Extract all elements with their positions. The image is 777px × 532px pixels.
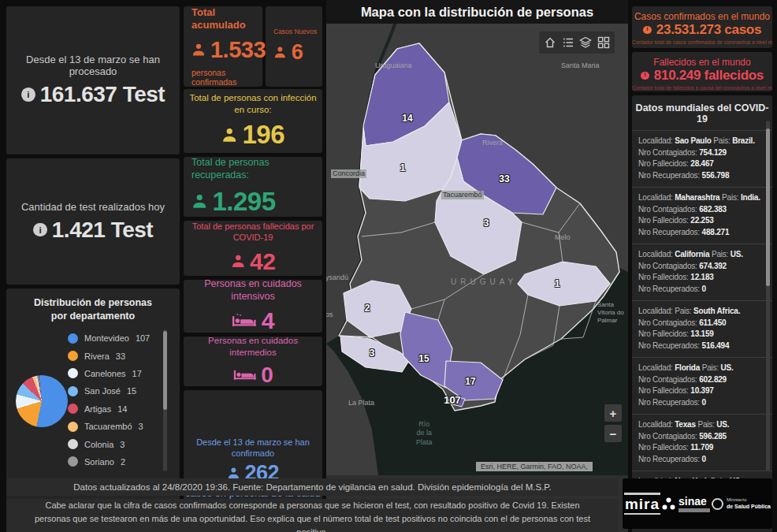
legend-item: Rivera 33: [68, 347, 161, 364]
zoom-in-button[interactable]: +: [604, 404, 622, 422]
icu-value-row: 4: [232, 307, 274, 334]
world-entry-recovered: Nro Recuperados: 488.271: [638, 227, 768, 239]
dashboard: Desde el 13 de marzo se han procesado i …: [6, 0, 772, 475]
accumulated-panel: Total acumulado 1.533 personas confirmad…: [184, 6, 262, 87]
intermediate-value: 0: [261, 363, 273, 388]
deceased-value-row: 42: [231, 248, 276, 275]
tests-total-value: 161.637 Test: [40, 82, 165, 107]
legend-value: 14: [117, 404, 127, 414]
world-cases-title: Casos confirmados en el mundo: [632, 11, 772, 22]
sinae-triangle-icon: [662, 497, 675, 511]
legend-scrollbar[interactable]: [163, 329, 167, 471]
world-entry-recovered: Nro Recuperados: 0: [638, 284, 768, 296]
deceased-panel: Total de personas fallecidas por COVID-1…: [184, 221, 322, 276]
sinae-logo-text: sinae: [678, 496, 710, 507]
deceased-title: Total de personas fallecidas por COVID-1…: [184, 221, 322, 244]
world-data-title: Datos mundiales del COVID-19: [632, 95, 772, 130]
zoom-out-button[interactable]: −: [604, 425, 622, 442]
tests-today-label: Cantidad de test realizados hoy: [21, 201, 165, 213]
ministry-logo: Ministerio de Salud Pública: [712, 497, 771, 510]
icu-value: 4: [262, 307, 274, 334]
new-cases-value: 6: [292, 40, 303, 65]
world-entry-deaths: Nro Fallecidos: 11.709: [638, 442, 768, 454]
legend-label: Canelones: [84, 369, 126, 378]
world-entry-location: Localidad: Texas Pais: US.: [638, 419, 768, 431]
mira-logo-decoration: [624, 513, 660, 515]
world-entry-cases: Nro Contagiados: 754.129: [638, 147, 768, 159]
info-icon: i: [641, 72, 649, 80]
world-entry: Localidad: Maharashtra Pais: India. Nro …: [632, 187, 772, 244]
map-toolbar: [539, 32, 615, 54]
new-cases-title: Casos Nuevos: [273, 28, 317, 35]
mira-logo: mira: [624, 493, 660, 515]
map-panel[interactable]: Mapa con la distribución de personas 14: [326, 0, 628, 532]
legend-label: Tacuarembó: [84, 422, 132, 431]
sinae-logo-decoration: [678, 508, 710, 512]
middle-column: Total acumulado 1.533 personas confirmad…: [184, 0, 322, 532]
legend-item: Artigas 14: [68, 400, 161, 418]
person-icon: [227, 467, 240, 480]
info-icon: i: [643, 26, 652, 35]
legend-scrollbar-thumb[interactable]: [163, 331, 167, 410]
legend-swatch: [68, 439, 78, 449]
mira-logo-text: mira: [625, 497, 660, 512]
mira-logo-decoration: [624, 493, 660, 495]
legend-value: 15: [127, 386, 136, 396]
legend-label: San José: [84, 386, 121, 396]
person-icon: [231, 254, 246, 269]
tests-today-value-row: i 1.421 Test: [33, 218, 153, 243]
map-title: Mapa con la distribución de personas: [326, 0, 628, 24]
world-entry-recovered: Nro Recuperados: 516.494: [638, 340, 768, 352]
person-icon: [191, 43, 206, 57]
world-list-scrollbar-thumb[interactable]: [766, 128, 770, 286]
basemap-gallery-icon[interactable]: [597, 35, 611, 50]
world-entry: Localidad: Texas Pais: US. Nro Contagiad…: [632, 414, 772, 471]
uruguay-map[interactable]: [326, 0, 628, 475]
legend-swatch: [68, 404, 78, 414]
world-entry-recovered: Nro Recuperados: 556.798: [638, 170, 768, 182]
world-entry: Localidad: Florida Pais: US. Nro Contagi…: [632, 357, 772, 414]
world-entry-recovered: Nro Recuperados: 0: [638, 397, 768, 409]
sinae-logo: sinae: [662, 496, 710, 512]
world-data-panel[interactable]: Datos mundiales del COVID-19 Localidad: …: [632, 95, 772, 532]
tests-total-label: Desde el 13 de marzo se han procesado: [6, 54, 180, 77]
right-column: Casos confirmados en el mundo i 23.531.2…: [632, 0, 772, 532]
world-entry-cases: Nro Contagiados: 596.285: [638, 431, 768, 443]
legend-value: 107: [136, 333, 150, 343]
legend-item: Tacuarembó 3: [68, 418, 161, 435]
legend-label: Rivera: [84, 352, 110, 361]
active-value-row: 196: [221, 120, 284, 150]
world-entry-deaths: Nro Fallecidos: 12.183: [638, 272, 768, 284]
legend-value: 2: [121, 457, 125, 467]
hospital-bed-icon: [233, 367, 256, 383]
world-cases-panel: Casos confirmados en el mundo i 23.531.2…: [632, 6, 772, 48]
world-list-scrollbar[interactable]: [766, 121, 770, 471]
pie-title: Distribución de personas por departament…: [6, 296, 180, 323]
world-entry-cases: Nro Contagiados: 602.829: [638, 374, 768, 386]
world-entry: Localidad: California Pais: US. Nro Cont…: [632, 244, 772, 300]
world-entry-deaths: Nro Fallecidos: 22.253: [638, 215, 768, 227]
world-deaths-note: Contador total de fallecidos a causa del…: [632, 85, 772, 91]
footer-text-column: Datos actualizados al 24/8/2020 19:36. F…: [6, 478, 619, 529]
recovered-value-row: 1.295: [191, 187, 276, 217]
tests-total-panel: Desde el 13 de marzo se han procesado i …: [6, 6, 180, 154]
legend-value: 3: [139, 422, 143, 431]
home-icon[interactable]: [543, 35, 557, 50]
active-value: 196: [242, 120, 284, 150]
world-entry-cases: Nro Contagiados: 674.392: [638, 261, 768, 273]
world-deaths-value-row: i 810.249 fallecidos: [632, 68, 772, 84]
legend-icon[interactable]: [561, 35, 575, 50]
footer: Datos actualizados al 24/8/2020 19:36. F…: [6, 478, 772, 529]
legend-swatch: [68, 368, 78, 378]
deceased-value: 42: [250, 248, 275, 275]
world-entry-cases: Nro Contagiados: 682.383: [638, 204, 768, 216]
legend-label: Montevideo: [84, 333, 129, 343]
world-entry-cases: Nro Contagiados: 611.450: [638, 318, 768, 329]
health-workers-title: Desde el 13 de marzo se han confirmado: [184, 437, 322, 459]
ministry-name-line1: Ministerio: [727, 497, 771, 504]
layers-icon[interactable]: [578, 35, 593, 50]
world-entry-location: Localidad: Pais: South Africa.: [638, 306, 768, 318]
legend-swatch: [68, 422, 78, 432]
new-cases-panel: Casos Nuevos 6: [266, 6, 322, 87]
intermediate-title: Personas en cuidados intermedios: [184, 335, 322, 358]
